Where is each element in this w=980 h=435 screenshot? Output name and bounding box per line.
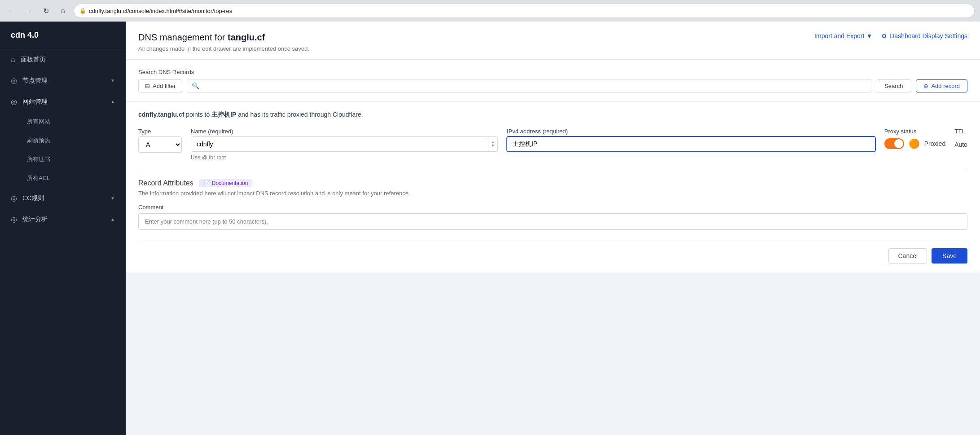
plus-icon: ⊕ xyxy=(923,83,928,89)
name-input-arrows[interactable]: ▲ ▼ xyxy=(488,137,497,151)
name-input[interactable] xyxy=(191,137,488,151)
doc-label: Documentation xyxy=(212,180,248,186)
sidebar-logo: cdn 4.0 xyxy=(0,22,126,49)
proxy-toggle[interactable] xyxy=(884,138,904,149)
form-actions: Cancel Save xyxy=(138,241,967,264)
add-record-button[interactable]: ⊕ Add record xyxy=(916,79,967,92)
record-attr-header: Record Attributes 📄 Documentation xyxy=(138,179,967,187)
type-label: Type xyxy=(138,128,182,135)
sidebar-item-nodes[interactable]: ◎ 节点管理 ▼ xyxy=(0,70,126,91)
cc-icon: ◎ xyxy=(11,194,17,202)
chevron-up-icon: ▲ xyxy=(110,99,115,104)
sidebar-sub-label-all-sites: 所有网站 xyxy=(27,118,50,125)
record-attr-desc: The information provided here will not i… xyxy=(138,190,967,197)
record-attr-title: Record Attributes xyxy=(138,179,193,187)
proxy-notice-suffix: and has its traffic proxied through Clou… xyxy=(238,111,363,118)
type-select[interactable]: A AAAA CNAME MX TXT xyxy=(139,137,181,152)
home-button[interactable]: ⌂ xyxy=(57,4,69,17)
app-container: cdn 4.0 ⌂ 面板首页 ◎ 节点管理 ▼ ◎ 网站管理 ▲ 所有网站 xyxy=(0,22,980,435)
address-bar[interactable]: 🔒 cdnfly.tanglu.cf/console/index.html#/s… xyxy=(74,4,975,18)
refresh-button[interactable]: ↻ xyxy=(40,4,52,17)
sidebar: cdn 4.0 ⌂ 面板首页 ◎ 节点管理 ▼ ◎ 网站管理 ▲ 所有网站 xyxy=(0,22,126,435)
sidebar-item-cc[interactable]: ◎ CC规则 ▼ xyxy=(0,188,126,209)
dns-title: DNS management for tanglu.cf xyxy=(138,32,309,43)
add-record-label: Add record xyxy=(931,83,960,89)
websites-icon: ◎ xyxy=(11,97,17,106)
ipv4-group: IPv4 address (required) xyxy=(507,128,875,152)
sidebar-sub-item-certs[interactable]: 所有证书 xyxy=(0,150,126,169)
stats-icon: ◎ xyxy=(11,215,17,224)
search-icon: 🔍 xyxy=(192,82,199,89)
ttl-value: Auto xyxy=(954,141,967,148)
sidebar-label-websites: 网站管理 xyxy=(22,98,48,106)
filter-icon: ⊟ xyxy=(145,83,150,89)
proxy-notice-prefix: points to xyxy=(186,111,211,118)
gear-icon: ⚙ xyxy=(881,32,887,40)
sidebar-item-websites[interactable]: ◎ 网站管理 ▲ xyxy=(0,91,126,112)
comment-input[interactable] xyxy=(138,213,967,230)
chevron-up-icon-stats: ▲ xyxy=(110,217,115,222)
ipv4-input[interactable] xyxy=(507,137,875,151)
chevron-down-icon-cc: ▼ xyxy=(110,196,115,201)
dashboard-settings-button[interactable]: ⚙ Dashboard Display Settings xyxy=(881,32,967,40)
sidebar-sub-item-all-sites[interactable]: 所有网站 xyxy=(0,112,126,131)
arrow-down-icon: ▼ xyxy=(491,144,495,148)
dns-form-row: Type A AAAA CNAME MX TXT xyxy=(138,128,967,161)
name-label: Name (required) xyxy=(191,128,498,135)
forward-button[interactable]: → xyxy=(22,4,35,17)
dashboard-settings-label: Dashboard Display Settings xyxy=(890,32,967,40)
sidebar-item-home[interactable]: ⌂ 面板首页 xyxy=(0,49,126,70)
sidebar-label-cc: CC规则 xyxy=(22,194,44,202)
cloud-icon: 🟠 xyxy=(909,138,920,149)
comment-label: Comment xyxy=(138,204,967,211)
type-select-wrap: A AAAA CNAME MX TXT xyxy=(138,136,182,153)
documentation-badge[interactable]: 📄 Documentation xyxy=(199,179,253,187)
proxy-status-group: Proxy status 🟠 Proxied xyxy=(884,128,945,149)
doc-icon: 📄 xyxy=(203,180,210,186)
search-input[interactable] xyxy=(202,83,866,89)
dns-header-left: DNS management for tanglu.cf All changes… xyxy=(138,32,309,52)
dns-header-actions: Import and Export ▼ ⚙ Dashboard Display … xyxy=(814,32,967,40)
search-row: ⊟ Add filter 🔍 Search ⊕ Add record xyxy=(138,79,967,92)
dns-header: DNS management for tanglu.cf All changes… xyxy=(126,22,980,60)
search-label: Search DNS Records xyxy=(138,69,967,75)
proxied-label: Proxied xyxy=(924,140,945,147)
type-group: Type A AAAA CNAME MX TXT xyxy=(138,128,182,153)
ttl-label: TTL xyxy=(954,128,967,135)
search-area: Search DNS Records ⊟ Add filter 🔍 Search… xyxy=(126,60,980,102)
dns-domain: tanglu.cf xyxy=(228,32,265,42)
add-filter-button[interactable]: ⊟ Add filter xyxy=(138,79,182,92)
sidebar-item-stats[interactable]: ◎ 统计分析 ▲ xyxy=(0,209,126,230)
sidebar-sub-item-refresh[interactable]: 刷新预热 xyxy=(0,131,126,150)
sidebar-sub-label-certs: 所有证书 xyxy=(27,156,50,163)
name-group: Name (required) ▲ ▼ Use @ for root xyxy=(191,128,498,161)
ipv4-input-wrap xyxy=(507,136,875,152)
name-input-wrap: ▲ ▼ xyxy=(191,136,498,152)
proxy-status-label: Proxy status xyxy=(884,128,945,135)
sidebar-label-nodes: 节点管理 xyxy=(22,77,48,85)
save-button[interactable]: Save xyxy=(932,248,967,264)
record-attributes: Record Attributes 📄 Documentation The in… xyxy=(138,179,967,230)
browser-chrome: ← → ↻ ⌂ 🔒 cdnfly.tanglu.cf/console/index… xyxy=(0,0,980,22)
add-filter-label: Add filter xyxy=(153,83,176,89)
sidebar-label-home: 面板首页 xyxy=(21,56,46,64)
proxy-notice: cdnfly.tanglu.cf points to 主控机IP and has… xyxy=(138,111,967,119)
nodes-icon: ◎ xyxy=(11,76,17,85)
proxy-notice-domain: cdnfly.tanglu.cf xyxy=(138,111,184,118)
chevron-down-icon-import: ▼ xyxy=(866,32,872,40)
main-content: DNS management for tanglu.cf All changes… xyxy=(126,22,980,435)
sidebar-sub-item-acl[interactable]: 所有ACL xyxy=(0,169,126,188)
divider xyxy=(138,170,967,170)
cancel-button[interactable]: Cancel xyxy=(888,248,927,264)
ttl-group: TTL Auto xyxy=(954,128,967,148)
dns-title-prefix: DNS management for xyxy=(138,32,228,42)
import-export-button[interactable]: Import and Export ▼ xyxy=(814,32,872,40)
back-button[interactable]: ← xyxy=(5,4,18,17)
proxy-notice-ip-label: 主控机IP xyxy=(211,111,236,118)
home-icon: ⌂ xyxy=(11,56,15,64)
proxy-status-row: 🟠 Proxied xyxy=(884,138,945,149)
search-button[interactable]: Search xyxy=(876,79,911,92)
import-export-label: Import and Export xyxy=(814,32,864,40)
ipv4-label: IPv4 address (required) xyxy=(507,128,875,135)
dns-panel: DNS management for tanglu.cf All changes… xyxy=(126,22,980,272)
